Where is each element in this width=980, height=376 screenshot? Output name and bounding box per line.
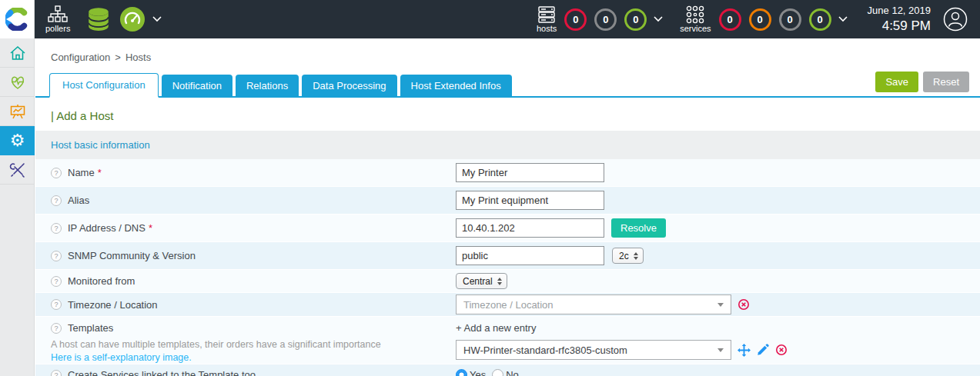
help-icon[interactable]: ?: [51, 251, 62, 261]
tab-data-processing[interactable]: Data Processing: [302, 75, 396, 96]
help-icon[interactable]: ?: [51, 299, 62, 310]
database-icon[interactable]: [85, 6, 112, 32]
services-chevron-down-icon[interactable]: [838, 16, 848, 22]
pollers-group[interactable]: pollers: [45, 5, 162, 33]
timezone-placeholder: Timezone / Location: [463, 299, 554, 311]
name-input[interactable]: [456, 163, 604, 182]
user-avatar[interactable]: [943, 7, 968, 32]
sidebar-item-administration[interactable]: [0, 155, 35, 185]
help-icon[interactable]: ?: [51, 168, 62, 178]
tab-host-configuration[interactable]: Host Configuration: [49, 73, 159, 98]
template-edit-icon[interactable]: [757, 344, 769, 356]
timezone-clear-icon[interactable]: [738, 298, 750, 311]
gear-icon: ⚙: [10, 132, 25, 149]
tab-relations[interactable]: Relations: [236, 75, 299, 96]
user-icon: [943, 7, 968, 32]
ip-address-input[interactable]: [456, 218, 604, 238]
sidebar-nav: ⚙: [0, 38, 35, 376]
services-icon: [685, 5, 705, 24]
alias-label: Alias: [68, 195, 89, 206]
ip-address-label: IP Address / DNS: [68, 222, 145, 234]
sidebar-item-monitoring[interactable]: [0, 68, 35, 97]
select-spinner-icon: [497, 278, 502, 285]
time-text: 4:59 PM: [868, 18, 931, 34]
centreon-logo[interactable]: [0, 0, 35, 38]
create-services-yes-label[interactable]: Yes: [470, 369, 486, 376]
pollers-chevron-down-icon[interactable]: [152, 16, 162, 22]
gauge-icon[interactable]: [119, 6, 145, 32]
select-spinner-icon: [634, 252, 638, 260]
template-select[interactable]: HW-Printer-standard-rfc3805-custom: [456, 340, 731, 360]
chart-board-icon: [9, 103, 26, 120]
hosts-unreachable-counter[interactable]: 0: [594, 8, 617, 31]
templates-help-link[interactable]: Here is a self-explanatory image.: [51, 352, 456, 363]
tools-icon: [9, 161, 26, 178]
breadcrumb-configuration[interactable]: Configuration: [51, 52, 110, 63]
monitored-from-label: Monitored from: [68, 275, 135, 287]
snmp-version-select[interactable]: 2c: [612, 248, 644, 264]
breadcrumb-hosts[interactable]: Hosts: [125, 52, 151, 63]
template-move-icon[interactable]: [738, 344, 751, 357]
sidebar-item-reporting[interactable]: [0, 97, 35, 126]
hosts-chevron-down-icon[interactable]: [654, 16, 663, 22]
form-row-monitored-from: ? Monitored from Central: [35, 270, 980, 293]
resolve-button[interactable]: Resolve: [611, 218, 666, 238]
snmp-community-input[interactable]: [456, 246, 604, 265]
help-icon[interactable]: ?: [51, 276, 62, 287]
services-warning-counter[interactable]: 0: [749, 8, 771, 31]
services-unknown-counter[interactable]: 0: [779, 8, 801, 31]
heart-pulse-icon: [9, 74, 26, 91]
monitored-from-select[interactable]: Central: [456, 273, 507, 289]
required-mark: *: [149, 222, 152, 234]
hosts-up-counter[interactable]: 0: [624, 8, 647, 31]
template-value: HW-Printer-standard-rfc3805-custom: [463, 344, 627, 356]
hosts-icon: [537, 5, 557, 24]
templates-note: A host can have multiple templates, thei…: [51, 339, 456, 350]
create-services-yes-radio[interactable]: [456, 369, 467, 376]
create-services-label: Create Services linked to the Template t…: [68, 369, 256, 376]
create-services-no-radio[interactable]: [492, 369, 503, 376]
name-label: Name: [68, 167, 95, 178]
services-label: services: [680, 25, 711, 33]
date-text: June 12, 2019: [868, 5, 931, 17]
tab-notification[interactable]: Notification: [162, 75, 232, 96]
save-button[interactable]: Save: [875, 72, 918, 92]
form-actions: Save Reset: [875, 72, 969, 96]
timezone-label: Timezone / Location: [68, 299, 158, 311]
tab-bar: Host Configuration Notification Relation…: [35, 72, 980, 98]
top-header-bar: pollers: [35, 0, 980, 38]
help-icon[interactable]: ?: [51, 370, 62, 376]
pollers-label: pollers: [45, 25, 70, 33]
services-ok-counter[interactable]: 0: [809, 8, 831, 31]
hosts-status-group[interactable]: hosts: [537, 5, 557, 33]
section-host-basic-information[interactable]: Host basic information: [35, 131, 980, 159]
form-row-timezone: ? Timezone / Location Timezone / Locatio…: [35, 293, 980, 317]
services-status-group[interactable]: services: [680, 5, 711, 33]
help-icon[interactable]: ?: [51, 195, 62, 206]
template-delete-icon[interactable]: [775, 344, 788, 356]
form-row-snmp: ? SNMP Community & Version 2c: [35, 242, 980, 270]
alias-input[interactable]: [456, 191, 604, 210]
form-row-alias: ? Alias: [35, 187, 980, 215]
required-mark: *: [98, 167, 102, 178]
main-content: Configuration>Hosts Host Configuration N…: [35, 38, 980, 376]
help-icon[interactable]: ?: [51, 223, 62, 234]
sidebar-item-configuration[interactable]: ⚙: [0, 126, 35, 155]
add-template-entry-link[interactable]: + Add a new entry: [456, 322, 788, 334]
reset-button[interactable]: Reset: [923, 72, 969, 92]
breadcrumb-separator: >: [115, 52, 121, 63]
monitored-from-value: Central: [463, 276, 493, 287]
pollers-icon: [48, 5, 68, 24]
page-title: | Add a Host: [51, 109, 980, 122]
timezone-select[interactable]: Timezone / Location: [456, 294, 731, 314]
services-critical-counter[interactable]: 0: [719, 8, 741, 31]
create-services-no-label[interactable]: No: [506, 369, 519, 376]
snmp-label: SNMP Community & Version: [68, 250, 196, 261]
help-icon[interactable]: ?: [51, 323, 62, 334]
tab-host-extended-infos[interactable]: Host Extended Infos: [400, 75, 512, 96]
templates-label: Templates: [68, 322, 113, 334]
hosts-down-counter[interactable]: 0: [564, 8, 587, 31]
sidebar-item-home[interactable]: [0, 38, 35, 68]
home-icon: [9, 45, 26, 62]
form-row-create-services: ? Create Services linked to the Template…: [35, 364, 980, 376]
